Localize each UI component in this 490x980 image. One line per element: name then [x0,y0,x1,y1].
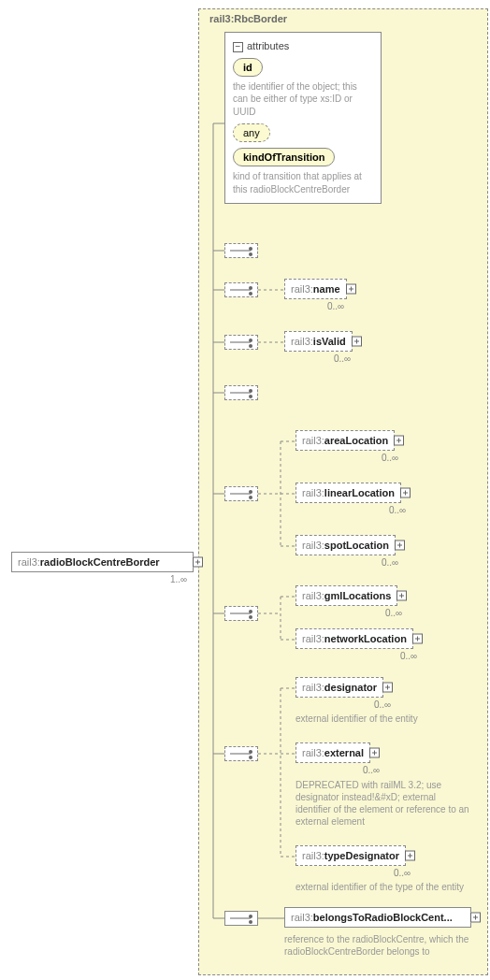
card-networkLocation: 0..∞ [400,651,417,661]
seq-connector [224,911,258,926]
node-radioBlockCentreBorder[interactable]: rail3:radioBlockCentreBorder [11,552,194,572]
expand-icon[interactable] [394,436,404,446]
attributes-label: attributes [247,40,289,51]
node-areaLocation[interactable]: rail3:areaLocation [295,430,395,451]
node-spotLocation[interactable]: rail3:spotLocation [295,535,396,555]
node-name[interactable]: rail3:name [284,279,347,299]
attr-kind-desc: kind of transition that applies at this … [233,170,373,195]
node-local: radioBlockCentreBorder [40,556,160,568]
expand-icon[interactable] [405,851,415,861]
expand-icon[interactable] [369,748,380,758]
card-isValid: 0..∞ [334,353,351,364]
card-external: 0..∞ [363,765,380,775]
expand-icon[interactable] [193,557,203,568]
expand-icon[interactable] [352,337,362,347]
card-typeDesignator: 0..∞ [394,868,411,878]
node-linearLocation[interactable]: rail3:linearLocation [295,483,401,503]
seq-connector [224,746,258,761]
card-root: 1..∞ [170,574,187,584]
card-spotLocation: 0..∞ [382,557,398,568]
expand-icon[interactable] [395,540,405,551]
card-linearLocation: 0..∞ [389,505,406,515]
expand-icon[interactable] [470,913,481,923]
attributes-group: −attributes id the identifier of the obj… [224,32,382,204]
desc-belongs: reference to the radioBlockCentre, which… [284,933,481,958]
expand-icon[interactable] [382,683,393,693]
attr-id-desc: the identifier of the object; this can b… [233,80,373,119]
seq-connector [224,385,258,400]
expand-icon[interactable] [412,634,423,644]
seq-connector [224,606,258,621]
attr-any[interactable]: any [233,123,270,142]
collapse-icon[interactable]: − [233,42,243,52]
card-areaLocation: 0..∞ [382,453,398,463]
node-networkLocation[interactable]: rail3:networkLocation [295,628,413,649]
attr-id[interactable]: id [233,58,263,77]
expand-icon[interactable] [346,284,356,295]
seq-connector [224,335,258,350]
desc-designator: external identifier of the entity [295,713,473,725]
node-external[interactable]: rail3:external [295,742,370,763]
seq-connector [224,243,258,258]
node-isValid[interactable]: rail3:isValid [284,331,353,352]
seq-connector [224,282,258,297]
desc-typeDesignator: external identifier of the type of the e… [295,881,473,893]
node-typeDesignator[interactable]: rail3:typeDesignator [295,845,406,866]
node-prefix: rail3: [18,556,40,568]
node-designator[interactable]: rail3:designator [295,677,383,698]
node-gmlLocations[interactable]: rail3:gmlLocations [295,585,397,606]
attr-kindOfTransition[interactable]: kindOfTransition [233,148,335,166]
node-belongsToRadioBlockCentre[interactable]: rail3:belongsToRadioBlockCent... [284,907,471,928]
expand-icon[interactable] [396,591,407,601]
card-designator: 0..∞ [374,699,391,710]
attributes-header[interactable]: −attributes [233,40,373,52]
seq-connector [224,486,258,501]
desc-external: DEPRECATED with railML 3.2; use designat… [295,779,473,828]
card-name: 0..∞ [327,301,344,311]
container-title: rail3:RbcBorder [209,13,287,24]
card-gmlLocations: 0..∞ [385,608,402,618]
expand-icon[interactable] [400,488,411,498]
